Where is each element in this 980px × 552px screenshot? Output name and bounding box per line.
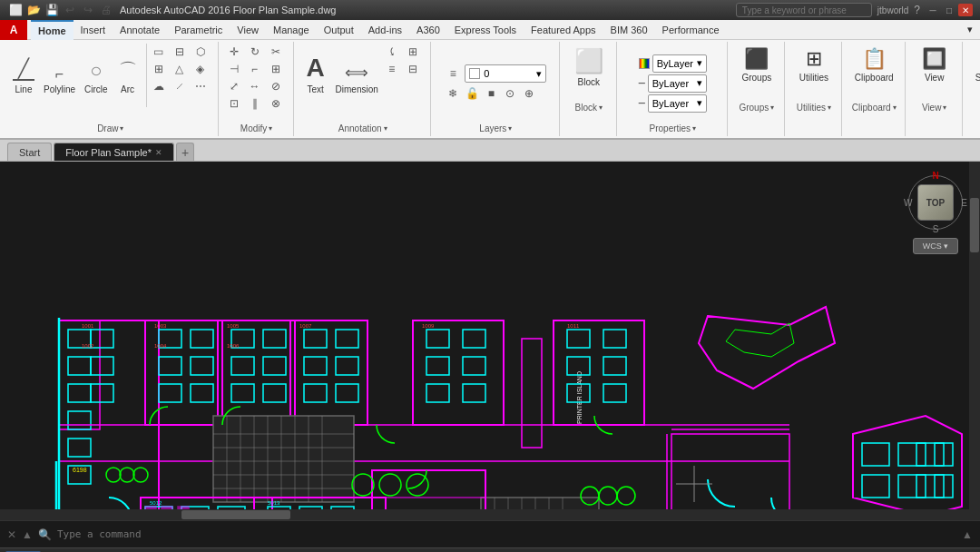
fillet-icon[interactable]: ⌐ (247, 61, 263, 77)
undo-icon[interactable]: ↩ (62, 2, 78, 18)
block-group-label[interactable]: Block ▾ (567, 102, 611, 113)
menu-tab-performance[interactable]: Performance (655, 20, 727, 40)
groups-button[interactable]: ⬛ Groups (735, 44, 779, 102)
menu-tab-a360[interactable]: A360 (409, 20, 447, 40)
dimension-button[interactable]: ⟺ Dimension (332, 44, 382, 96)
revision-cloud-icon[interactable]: ☁ (151, 78, 167, 94)
close-button[interactable]: ✕ (958, 4, 973, 16)
tab-start[interactable]: Start (7, 143, 52, 161)
anno-style-icon[interactable]: ≡ (384, 61, 400, 77)
h-scroll-thumb[interactable] (181, 510, 290, 519)
menu-tab-manage[interactable]: Manage (266, 20, 317, 40)
polyline-button[interactable]: ⌐ Polyline (40, 44, 79, 96)
cmdline-history-icon[interactable]: ▲ (22, 528, 33, 541)
hatch-icon[interactable]: ⊟ (172, 44, 188, 60)
modify-group-label[interactable]: Modify ▾ (226, 123, 288, 134)
menu-tab-insert[interactable]: Insert (74, 20, 113, 40)
block-button[interactable]: ⬜ Block (567, 44, 611, 102)
minimize-button[interactable]: ─ (926, 4, 940, 16)
move-icon[interactable]: ✛ (226, 44, 242, 60)
layer-properties-icon[interactable]: ≡ (445, 65, 461, 82)
compass[interactable]: TOP N S E W (904, 171, 967, 234)
scale-icon[interactable]: ⤢ (226, 78, 242, 94)
mirror-icon[interactable]: ⊣ (226, 61, 242, 77)
plot-icon[interactable]: 🖨 (98, 2, 114, 18)
color-dropdown[interactable]: ByLayer ▾ (652, 54, 707, 73)
explode-icon[interactable]: ⊗ (268, 95, 284, 112)
viewcube[interactable]: TOP (908, 175, 963, 230)
menu-tab-view[interactable]: View (230, 20, 266, 40)
menu-tab-addins[interactable]: Add-ins (361, 20, 409, 40)
nav-cube[interactable]: TOP N S E W WCS ▾ (904, 171, 967, 257)
annotation-group-label[interactable]: Annotation ▾ (301, 123, 425, 134)
line-button[interactable]: ╱ Line (9, 44, 38, 96)
save-icon[interactable]: 💾 (44, 2, 60, 18)
wipeout-icon[interactable]: ◈ (192, 61, 209, 77)
cmdline-expand-icon[interactable]: ▲ (962, 528, 973, 541)
table-icon[interactable]: ⊞ (405, 44, 421, 60)
selectmode-button[interactable]: ↖ Select Mode (970, 44, 980, 102)
menu-tab-express[interactable]: Express Tools (447, 20, 524, 40)
utilities-group-label[interactable]: Utilities ▾ (792, 102, 836, 113)
horizontal-scrollbar[interactable] (0, 509, 969, 520)
floorplan-svg[interactable]: PRINTER ISLAND (0, 162, 980, 520)
linetype-dropdown[interactable]: ByLayer ▾ (648, 74, 707, 93)
help-icon[interactable]: ? (914, 4, 920, 16)
command-input[interactable] (57, 528, 956, 540)
anno-scale-icon[interactable]: ⊟ (405, 61, 421, 77)
region-icon[interactable]: △ (172, 61, 188, 77)
search-input[interactable] (736, 3, 872, 17)
wcs-button[interactable]: WCS ▾ (913, 238, 958, 254)
draw-group-label[interactable]: Draw ▾ (9, 123, 212, 134)
menu-tab-home[interactable]: Home (31, 20, 74, 40)
properties-group-label[interactable]: Properties ▾ (624, 123, 721, 134)
text-button[interactable]: A Text (301, 44, 330, 96)
leader-icon[interactable]: ⤹ (384, 44, 400, 60)
maximize-button[interactable]: □ (942, 4, 956, 16)
arc-button[interactable]: ⌒ Arc (113, 44, 142, 96)
gradient-icon[interactable]: ⬡ (192, 44, 209, 60)
layer-dropdown[interactable]: 0 ▾ (465, 64, 546, 83)
view-button[interactable]: 🔲 View (913, 44, 956, 102)
menu-tab-annotate[interactable]: Annotate (113, 20, 167, 40)
cmdline-close-icon[interactable]: ✕ (7, 528, 16, 541)
stretch-icon[interactable]: ↔ (247, 78, 263, 94)
color-icon[interactable]: ■ (483, 85, 499, 102)
new-icon[interactable]: ⬜ (7, 2, 24, 18)
menu-tab-parametric[interactable]: Parametric (167, 20, 230, 40)
freeze-icon[interactable]: ❄ (445, 85, 461, 102)
array-icon[interactable]: ⊞ (268, 61, 284, 77)
menu-tab-featured[interactable]: Featured Apps (524, 20, 603, 40)
erase-icon[interactable]: ⊘ (268, 78, 284, 94)
utilities-button[interactable]: ⊞ Utilities (792, 44, 836, 102)
view-group-label[interactable]: View ▾ (913, 102, 956, 113)
menu-tab-bim[interactable]: BIM 360 (603, 20, 655, 40)
menu-extras[interactable]: ▾ (960, 20, 980, 40)
tab-floorplan-close[interactable]: ✕ (155, 148, 162, 157)
cmdline-search-icon[interactable]: 🔍 (38, 528, 52, 541)
clipboard-button[interactable]: 📋 Clipboard (849, 44, 899, 102)
isolate-icon[interactable]: ⊙ (502, 85, 518, 102)
circle-button[interactable]: ○ Circle (81, 44, 112, 96)
open-icon[interactable]: 📂 (25, 2, 42, 18)
redo-icon[interactable]: ↪ (80, 2, 96, 18)
clipboard-group-label[interactable]: Clipboard ▾ (849, 102, 899, 113)
layers-group-label[interactable]: Layers ▾ (438, 123, 554, 134)
offset-icon[interactable]: ∥ (247, 95, 263, 112)
draw-order-icon[interactable]: ⟋ (172, 78, 188, 94)
menu-tab-output[interactable]: Output (317, 20, 361, 40)
groups-group-label[interactable]: Groups ▾ (735, 102, 779, 113)
copy-icon[interactable]: ⊡ (226, 95, 242, 112)
unisolate-icon[interactable]: ⊕ (521, 85, 537, 102)
v-scroll-thumb[interactable] (970, 198, 979, 252)
rotate-icon[interactable]: ↻ (247, 44, 263, 60)
add-tab-button[interactable]: + (176, 143, 194, 161)
autocad-logo[interactable]: A (0, 20, 27, 40)
lineweight-dropdown[interactable]: ByLayer ▾ (648, 94, 707, 113)
trim-icon[interactable]: ✂ (268, 44, 284, 60)
boundary-icon[interactable]: ⊞ (151, 61, 167, 77)
rectangle-icon[interactable]: ▭ (151, 44, 167, 60)
tab-floorplan[interactable]: Floor Plan Sample* ✕ (54, 143, 174, 161)
vertical-scrollbar[interactable] (969, 162, 980, 520)
more-draw-icon[interactable]: ⋯ (192, 78, 209, 94)
